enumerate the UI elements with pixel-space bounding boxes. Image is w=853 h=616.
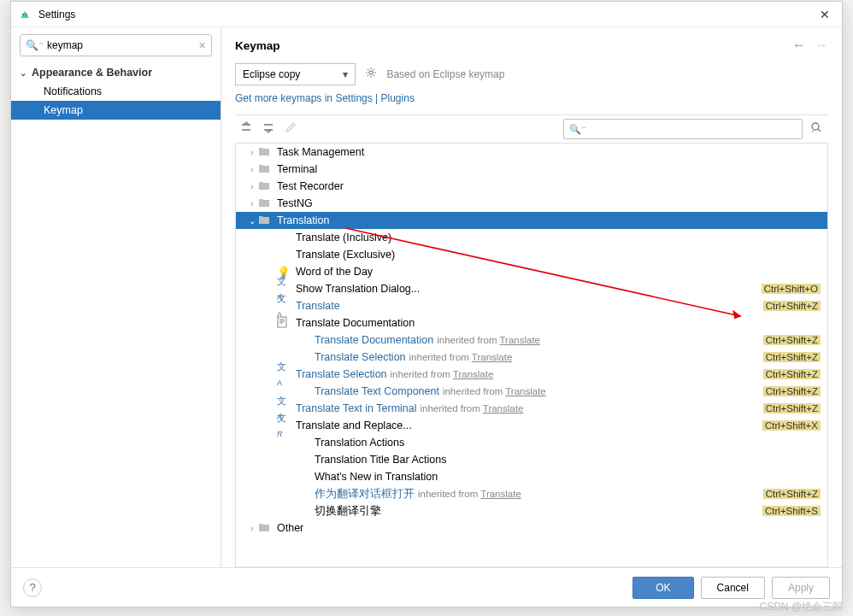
category-keymap[interactable]: Keymap [11,101,221,120]
keymap-scheme-select[interactable]: Eclipse copy ▾ [235,63,356,85]
back-icon[interactable]: ← [792,38,806,53]
tree-label: Translation Actions [315,437,821,449]
keymap-search-input[interactable] [590,123,797,135]
category-notifications[interactable]: Notifications [11,82,221,101]
get-more-keymaps-link[interactable]: Get more keymaps in Settings | Plugins [235,92,415,104]
main-panel: Keymap ← → Eclipse copy ▾ Based on Eclip… [221,27,842,567]
tree-row[interactable]: Translate (Inclusive) [236,229,827,246]
tree-label: Task Management [277,146,821,158]
chevron-right-icon: › [246,148,258,157]
tree-row[interactable]: 切换翻译引擎Ctrl+Shift+S [236,502,827,519]
expand-all-icon[interactable] [238,121,254,137]
based-on-label: Based on Eclipse keymap [386,68,504,80]
tree-row[interactable]: 文ATranslate Text in Terminal inherited f… [236,400,827,417]
edit-shortcut-icon[interactable] [283,121,298,137]
tree-label: Show Translation Dialog... [296,283,762,295]
tree-label: Translate Selection inherited from Trans… [296,368,763,380]
window-title: Settings [38,9,815,21]
tree-label: Terminal [277,163,821,175]
tree-row[interactable]: What's New in Translation [236,468,827,485]
collapse-all-icon[interactable] [261,121,276,137]
scheme-value: Eclipse copy [243,68,300,80]
chevron-down-icon: ▾ [343,68,348,80]
nav-arrows: ← → [792,38,828,53]
tree-label: What's New in Translation [315,471,821,483]
folder-icon [258,215,270,227]
svg-point-1 [26,14,27,15]
tree-label: Translate Documentation inherited from T… [315,334,763,346]
tree-row[interactable]: 文ATranslate Selection inherited from Tra… [236,366,827,383]
title-bar: Settings ✕ [11,2,842,27]
find-by-shortcut-icon[interactable] [809,120,825,138]
tree-row[interactable]: Translate Text Component inherited from … [236,383,827,400]
translate-icon: 文A [277,361,286,384]
close-icon[interactable]: ✕ [815,8,835,21]
tree-label: Test Recorder [277,180,821,192]
category-tree: ⌄ Appearance & Behavior Notifications Ke… [11,63,221,567]
tree-label: Word of the Day [296,266,821,278]
tree-row[interactable]: ›TestNG [236,195,827,212]
watermark: CSDN @绝命三郎 [759,600,843,614]
folder-icon [258,164,270,176]
folder-icon [258,198,270,210]
help-icon[interactable]: ? [23,578,42,597]
tree-row[interactable]: 文RTranslate and Replace...Ctrl+Shift+X [236,417,827,434]
tree-row[interactable]: 文AShow Translation Dialog...Ctrl+Shift+O [236,280,827,297]
tree-label: Translate (Inclusive) [296,232,821,243]
tree-label: Translate and Replace... [296,419,762,431]
search-icon: 🔍⁻ [26,39,44,51]
tree-row[interactable]: ›Test Recorder [236,178,827,195]
scheme-row: Eclipse copy ▾ Based on Eclipse keymap [235,63,828,85]
keymap-search[interactable]: 🔍⁻ [563,119,803,139]
keymap-tree[interactable]: ›Task Management›Terminal›Test Recorder›… [235,144,828,567]
tree-label: TestNG [277,197,821,209]
cancel-button[interactable]: Cancel [701,577,765,599]
shortcut-badge: Ctrl+Shift+S [762,506,821,516]
content-area: 🔍⁻ ✕ ⌄ Appearance & Behavior Notificatio… [11,27,842,567]
shortcut-badge: Ctrl+Shift+Z [763,301,821,311]
tree-row[interactable]: 文ATranslateCtrl+Shift+Z [236,297,827,314]
tree-row[interactable]: 💡Word of the Day [236,263,827,280]
tree-row[interactable]: Translation Title Bar Actions [236,451,827,468]
tree-row[interactable]: Translate Documentation [236,314,827,331]
tree-label: Translate (Exclusive) [296,249,821,261]
settings-dialog: Settings ✕ 🔍⁻ ✕ ⌄ Appearance & Behavior … [10,1,843,607]
svg-point-0 [22,14,24,15]
apply-button[interactable]: Apply [772,577,830,599]
settings-search[interactable]: 🔍⁻ ✕ [20,34,212,56]
ok-button[interactable]: OK [632,577,693,599]
tree-label: Other [277,522,821,534]
shortcut-badge: Ctrl+Shift+X [762,420,821,431]
forward-icon[interactable]: → [815,38,828,53]
keymap-toolbar: 🔍⁻ [235,114,828,144]
tree-label: 作为翻译对话框打开 inherited from Translate [315,487,763,502]
tree-row[interactable]: 作为翻译对话框打开 inherited from TranslateCtrl+S… [236,485,827,502]
category-group-appearance[interactable]: ⌄ Appearance & Behavior [11,63,221,82]
tree-label: 切换翻译引擎 [315,504,762,519]
tree-row[interactable]: Translate Documentation inherited from T… [236,331,827,349]
shortcut-badge: Ctrl+Shift+Z [763,369,821,379]
tree-label: Translate Documentation [296,317,821,329]
tree-row[interactable]: ›Terminal [236,161,827,178]
tree-row[interactable]: Translate (Exclusive) [236,246,827,263]
tree-label: Translate [296,300,763,312]
tree-row[interactable]: ›Task Management [236,144,827,161]
tree-row[interactable]: ⌄Translation [236,212,827,229]
gear-icon[interactable] [364,66,378,83]
search-input[interactable] [47,39,198,51]
folder-icon [258,523,270,535]
chevron-right-icon: › [246,524,258,533]
category-label: Keymap [44,104,83,116]
tree-row[interactable]: Translation Actions [236,434,827,451]
clear-search-icon[interactable]: ✕ [198,40,206,51]
tree-label: Translate Selection inherited from Trans… [315,351,763,363]
translate-icon: 文A [277,293,286,316]
shortcut-badge: Ctrl+Shift+Z [763,403,821,414]
shortcut-badge: Ctrl+Shift+Z [763,489,821,499]
chevron-right-icon: › [246,165,258,174]
tree-label: Translation Title Bar Actions [315,454,821,466]
tree-row[interactable]: ›Other [236,519,827,537]
chevron-right-icon: › [246,182,258,191]
tree-row[interactable]: Translate Selection inherited from Trans… [236,349,827,366]
svg-rect-4 [278,317,286,327]
